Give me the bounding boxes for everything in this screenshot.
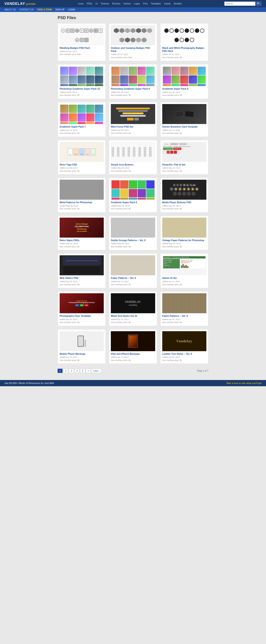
psd-item-6[interactable]: Gradients Super Pack 8 Added Jun 25, 201…	[160, 64, 208, 99]
page-next[interactable]: »	[86, 369, 91, 373]
page-link-1[interactable]: 1	[58, 369, 62, 373]
psd-item-20[interactable]: Paper Patterns – Vol. II Added Apr 24, 2…	[109, 253, 157, 288]
psd-thumb-13	[60, 180, 104, 200]
page-last[interactable]: Last »	[92, 369, 101, 373]
psd-item-meta-12: Added May 27, 2013 Non-member price: $6	[162, 166, 206, 172]
psd-item-meta-7: Added Jun 24, 2013 Non-member price: $5	[60, 129, 104, 135]
psd-item-meta-14: Added May 09, 2013 Non-member price: $5	[111, 204, 155, 210]
psd-item-title-11[interactable]: Simple Icon Buttons	[111, 163, 155, 166]
psd-thumb-22: Johnis FreemanProfessional Photography S…	[60, 293, 104, 313]
sec-nav-link-sign-up[interactable]: SIGN UP	[55, 8, 64, 11]
psd-item-17[interactable]: Subtle Grunge Patterns – Vol. II Added M…	[109, 216, 157, 250]
psd-thumb-26	[111, 331, 155, 351]
psd-thumb-6	[162, 66, 206, 86]
psd-item-14[interactable]: Gradients Super Pack 6 Added May 09, 201…	[109, 178, 157, 212]
psd-item-title-1[interactable]: Wedding Badges PSD Pack	[60, 46, 104, 50]
page-link-4[interactable]: 4	[75, 369, 80, 373]
psd-item-19[interactable]: Web Sliders PSD Added Apr 29, 2013 Non-m…	[58, 253, 106, 288]
sec-nav-link-take-a-tour[interactable]: TAKE A TOUR	[37, 8, 52, 11]
top-nav-link-vectors[interactable]: Vectors	[123, 2, 131, 5]
psd-item-title-20[interactable]: Paper Patterns – Vol. II	[111, 277, 155, 280]
top-nav-link-bundles[interactable]: Bundles	[174, 2, 182, 5]
sec-nav-link-login[interactable]: LOGIN	[68, 8, 75, 11]
psd-item-8[interactable]: Web Forms PSD Set Added Jun 18, 2013 Non…	[109, 102, 157, 137]
psd-item-title-3[interactable]: Black and White Photography Badges PSD P…	[162, 46, 206, 52]
banner-link[interactable]: Take a tour to see what you'll get	[226, 382, 262, 384]
psd-item-title-12[interactable]: Pistachio: Flat UI Set	[162, 163, 206, 166]
psd-item-12[interactable]: SettingsApplicationsUsers ma…Click to en…	[160, 140, 208, 175]
psd-item-title-25[interactable]: Mobile Phone Mockups	[60, 352, 104, 356]
page-link-3[interactable]: 3	[69, 369, 74, 373]
psd-item-title-14[interactable]: Gradients Super Pack 6	[111, 201, 155, 204]
psd-item-title-6[interactable]: Gradients Super Pack 8	[162, 88, 206, 90]
psd-item-title-4[interactable]: Photoshop Gradients Super Pack 10	[60, 88, 104, 90]
psd-item-meta-24: Added Apr 16, 2013 Non-member price: $5	[162, 318, 206, 324]
top-nav-link-textures[interactable]: Textures	[101, 2, 109, 5]
top-nav-link-psds[interactable]: PSDs	[87, 2, 92, 5]
psd-item-title-23[interactable]: Metal Text Styles Vol. III	[111, 314, 155, 318]
psd-item-title-13[interactable]: Metal Patterns for Photoshop	[60, 201, 104, 204]
psd-item-title-9[interactable]: Stones Business Card Template	[162, 125, 206, 128]
logo-area: VANDELAY premier	[4, 2, 36, 6]
psd-thumb-17	[111, 218, 155, 238]
psd-item-2[interactable]: Outdoor and Camping Badges PSD Pack Adde…	[109, 23, 157, 61]
top-nav-link-print[interactable]: Print	[143, 2, 148, 5]
psd-item-title-17[interactable]: Subtle Grunge Patterns – Vol. II	[111, 239, 155, 242]
psd-item-title-19[interactable]: Web Sliders PSD	[60, 277, 104, 280]
logo-vandelay[interactable]: VANDELAY	[4, 2, 25, 6]
psd-item-15[interactable]: ◁◁◁▶▐▐▶▶◁◁◁▶▶▶⏮⏪⏩⏫⏬🔀🔁 Media Player Butto…	[160, 178, 208, 212]
psd-item-title-15[interactable]: Media Player Buttons PSD	[162, 201, 206, 204]
top-nav-link-career[interactable]: Career	[164, 2, 171, 5]
psd-item-title-21[interactable]: Admin UI Set	[162, 277, 206, 280]
psd-item-title-10[interactable]: Retro Tags PSD	[60, 163, 104, 166]
psd-item-5[interactable]: Photoshop Gradients Super Pack 9 Added J…	[109, 64, 157, 99]
psd-item-22[interactable]: Johnis FreemanProfessional Photography S…	[58, 291, 106, 326]
psd-item-27[interactable]: Vandelay Leather Text Styles – Vol. II A…	[160, 329, 208, 364]
psd-item-11[interactable]: Simple Icon Buttons Added May 29, 2013 N…	[109, 140, 157, 175]
psd-item-title-24[interactable]: Fabric Patterns – Vol. II	[162, 314, 206, 318]
psd-item-7[interactable]: Gradients Super Pack 7 Added Jun 24, 201…	[58, 102, 106, 137]
psd-item-meta-25: Added Apr 12, 2013 Non-member price: $6	[60, 356, 104, 362]
psd-item-4[interactable]: Photoshop Gradients Super Pack 10 Added …	[58, 64, 106, 99]
psd-item-title-5[interactable]: Photoshop Gradients Super Pack 9	[111, 88, 155, 90]
search-button[interactable]: 🔍	[255, 1, 262, 6]
psd-thumb-15: ◁◁◁▶▐▐▶▶◁◁◁▶▶▶⏮⏪⏩⏫⏬🔀🔁	[162, 180, 206, 200]
psd-item-title-2[interactable]: Outdoor and Camping Badges PSD Pack	[111, 46, 155, 52]
page-links: 12345»Last »	[58, 369, 101, 373]
psd-thumb-7	[60, 104, 104, 124]
top-nav-link-icons[interactable]: Icons	[78, 2, 84, 5]
psd-item-title-22[interactable]: Photography Flyer Template	[60, 314, 104, 318]
psd-item-title-7[interactable]: Gradients Super Pack 7	[60, 125, 104, 128]
top-nav-link-brushes[interactable]: Brushes	[112, 2, 120, 5]
psd-item-3[interactable]: Black and White Photography Badges PSD P…	[160, 23, 208, 61]
top-nav-link-ui[interactable]: UI	[95, 2, 97, 5]
psd-item-24[interactable]: Fabric Patterns – Vol. II Added Apr 16, …	[160, 291, 208, 326]
page-info: Page 1 of 7	[197, 370, 208, 372]
psd-item-13[interactable]: Metal Patterns for Photoshop Added May 0…	[58, 178, 106, 212]
psd-item-16[interactable]: Janice MorganCELEBRATING30th BirthdayYou…	[58, 216, 106, 250]
psd-item-1[interactable]: ★◆●▲★◆●▲★◆●▲ Wedding Badges PSD Pack Add…	[58, 23, 106, 61]
psd-item-23[interactable]: VANDELAYvandelay Metal Text Styles Vol. …	[109, 291, 157, 326]
top-nav-link-templates[interactable]: Templates	[151, 2, 161, 5]
page-link-2[interactable]: 2	[63, 369, 68, 373]
psd-item-title-27[interactable]: Leather Text Styles – Vol. II	[162, 352, 206, 356]
psd-item-meta-16: Added May 06, 2013 Non-member price: $6	[60, 242, 104, 248]
psd-item-25[interactable]: Mobile Phone Mockups Added Apr 12, 2013 …	[58, 329, 106, 364]
psd-item-26[interactable]: iPad and iPhone Mockups Added Apr 11, 20…	[109, 329, 157, 364]
psd-item-21[interactable]: Dashboard — Total stats from March 2013G…	[160, 253, 208, 288]
psd-item-title-16[interactable]: Retro Signs PSDs	[60, 239, 104, 242]
logo-premier[interactable]: premier	[26, 2, 36, 6]
psd-item-title-8[interactable]: Web Forms PSD Set	[111, 125, 155, 128]
psd-item-18[interactable]: Vintage Paper Patterns for Photoshop Add…	[160, 216, 208, 250]
psd-item-meta-4: Added Jul 09, 2013 Non-member price: $5	[60, 91, 104, 97]
psd-item-9[interactable]: Stones Business Card Template Added Jun …	[160, 102, 208, 137]
search-input[interactable]	[224, 2, 255, 6]
psd-item-title-18[interactable]: Vintage Paper Patterns for Photoshop	[162, 239, 206, 242]
top-nav-link-logos[interactable]: Logos	[134, 2, 140, 5]
page-link-5[interactable]: 5	[80, 369, 85, 373]
psd-item-meta-1: Added Jul 16, 2013 Non-member price: fre…	[60, 50, 104, 56]
sec-nav-link-contact-us[interactable]: CONTACT US	[19, 8, 33, 11]
sec-nav-link-about-us[interactable]: ABOUT US	[4, 8, 16, 11]
psd-item-10[interactable]: TAGSALENEWHOT#1 Retro Tags PSD Added Jun…	[58, 140, 106, 175]
psd-item-title-26[interactable]: iPad and iPhone Mockups	[111, 352, 155, 356]
